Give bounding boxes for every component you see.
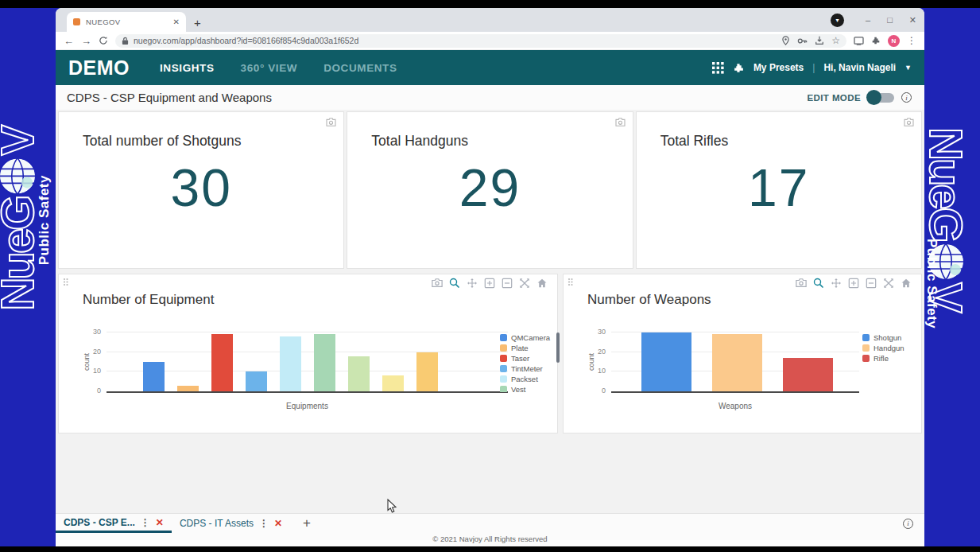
legend-swatch	[500, 386, 507, 392]
legend-item-QMCamera[interactable]: QMCamera	[500, 332, 554, 343]
nav-item-documents[interactable]: DOCUMENTS	[323, 62, 397, 74]
cast-icon[interactable]	[854, 37, 864, 45]
legend-item-Taser[interactable]: Taser	[500, 353, 554, 363]
y-axis-label: count	[587, 353, 595, 371]
address-bar[interactable]: nuegov.com/app/dashboard?id=608166f854c9…	[115, 34, 846, 48]
chart-toolbar	[432, 278, 548, 289]
charts-row: Number of Equipment count 0102030 Equipm…	[58, 274, 922, 433]
save-page-icon[interactable]	[815, 36, 824, 45]
favicon	[73, 18, 80, 25]
zoom-in-icon[interactable]	[848, 278, 859, 289]
edit-mode-info-icon[interactable]: i	[901, 92, 912, 103]
user-menu-caret-icon[interactable]: ▼	[904, 64, 912, 72]
weapons-chart-card: Number of Weapons count 0102030 Weapons …	[563, 274, 922, 433]
zoom-icon[interactable]	[449, 278, 460, 289]
kpi-title: Total number of Shotguns	[83, 133, 343, 150]
browser-tab[interactable]: NUEGOV ✕	[67, 12, 186, 32]
drag-handle-icon[interactable]	[567, 278, 573, 286]
autoscale-icon[interactable]	[883, 278, 894, 289]
autoscale-icon[interactable]	[519, 278, 530, 289]
my-presets-button[interactable]: My Presets	[753, 62, 804, 73]
browser-menu-icon[interactable]: ⋮	[907, 35, 916, 46]
drag-handle-icon[interactable]	[63, 278, 68, 286]
legend-item-Packset[interactable]: Packset	[500, 374, 554, 384]
zoom-out-icon[interactable]	[866, 278, 877, 289]
nav-item-insights[interactable]: INSIGHTS	[160, 62, 215, 74]
reset-axes-icon[interactable]	[901, 278, 912, 289]
toggle-knob[interactable]	[866, 90, 881, 105]
bars	[107, 334, 508, 391]
legend-item-Rifle[interactable]: Rifle	[862, 353, 912, 363]
plot-area[interactable]: 0102030	[107, 334, 508, 393]
legend-swatch	[500, 365, 507, 372]
snapshot-icon[interactable]	[904, 118, 914, 126]
forward-icon[interactable]: →	[81, 35, 91, 47]
user-greeting[interactable]: Hi, Navin Nageli	[823, 62, 896, 73]
legend-item-TintMeter[interactable]: TintMeter	[500, 363, 554, 374]
legend-item-Handgun[interactable]: Handgun	[862, 343, 912, 353]
bar-unlabeled	[348, 356, 370, 391]
sheet-tab-menu-icon[interactable]: ⋮	[259, 518, 269, 529]
pan-icon[interactable]	[831, 278, 842, 289]
y-tick-label: 20	[598, 348, 606, 356]
snapshot-icon[interactable]	[432, 278, 443, 289]
gridline	[107, 332, 508, 332]
browser-avatar[interactable]: N	[888, 35, 900, 47]
sheet-tab-label[interactable]: CDPS - CSP E...	[64, 517, 135, 528]
legend-item-Plate[interactable]: Plate	[500, 343, 554, 353]
snapshot-icon[interactable]	[796, 278, 807, 289]
sheet-tab-it-assets[interactable]: CDPS - IT Assets ⋮ ✕	[172, 514, 290, 533]
app-brand[interactable]: DEMO	[68, 56, 130, 80]
nav-item-360-view[interactable]: 360° VIEW	[241, 62, 298, 74]
tab-close-icon[interactable]: ✕	[173, 17, 180, 26]
reload-icon[interactable]	[99, 36, 108, 45]
new-tab-button[interactable]: +	[194, 16, 201, 29]
reset-axes-icon[interactable]	[536, 278, 548, 289]
sheet-tab-label[interactable]: CDPS - IT Assets	[180, 518, 254, 529]
legend-label: QMCamera	[511, 333, 550, 342]
footer-copyright: © 2021 Navjoy All Rights reserved	[56, 533, 924, 546]
plot-area[interactable]: 0102030	[611, 334, 859, 393]
close-button[interactable]: ✕	[909, 15, 916, 25]
zoom-icon[interactable]	[813, 278, 824, 289]
y-axis-label: count	[83, 353, 91, 371]
brand-logo: NueGV	[0, 127, 41, 310]
maximize-button[interactable]: □	[887, 15, 893, 25]
url-text[interactable]: nuegov.com/app/dashboard?id=608166f854c9…	[134, 36, 777, 45]
bars	[611, 332, 859, 391]
legend-item-Vest[interactable]: Vest	[500, 384, 554, 392]
chart-title: Number of Weapons	[587, 292, 711, 308]
browser-tab-title: NUEGOV	[86, 17, 168, 26]
bookmark-star-icon[interactable]: ☆	[831, 35, 840, 46]
sheet-tab-close-icon[interactable]: ✕	[156, 517, 164, 528]
chart-legend: QMCameraPlateTaserTintMeterPacksetVest	[500, 332, 554, 392]
bar-TintMeter	[246, 371, 267, 391]
kpi-card-rifles: Total Rifles 17	[636, 111, 922, 269]
sheet-tab-csp-equipment[interactable]: CDPS - CSP E... ⋮ ✕	[56, 514, 172, 533]
sheet-tab-close-icon[interactable]: ✕	[274, 518, 282, 529]
add-sheet-button[interactable]: +	[303, 515, 311, 531]
legend-swatch	[500, 355, 507, 362]
sheet-tab-menu-icon[interactable]: ⋮	[141, 517, 150, 528]
minimize-button[interactable]: –	[866, 15, 870, 25]
browser-profile-icon[interactable]: ▾	[831, 14, 844, 27]
zoom-in-icon[interactable]	[484, 278, 495, 289]
page-title: CDPS - CSP Equipment and Weapons	[67, 91, 272, 104]
back-icon[interactable]: ←	[64, 35, 74, 47]
zoom-out-icon[interactable]	[502, 278, 513, 289]
legend-item-Shotgun[interactable]: Shotgun	[862, 332, 912, 343]
app-nav: DEMO INSIGHTS 360° VIEW DOCUMENTS My Pre…	[56, 50, 924, 85]
location-icon[interactable]	[781, 36, 790, 45]
snapshot-icon[interactable]	[326, 118, 336, 126]
edit-mode-toggle[interactable]	[868, 93, 894, 103]
presets-puzzle-icon[interactable]	[733, 62, 745, 74]
key-icon[interactable]	[797, 37, 808, 45]
legend-scrollbar[interactable]	[556, 332, 560, 363]
dashboard-info-icon[interactable]: i	[903, 519, 913, 529]
y-tick-label: 10	[93, 367, 101, 375]
extensions-puzzle-icon[interactable]	[871, 36, 881, 45]
apps-grid-icon[interactable]	[712, 62, 724, 74]
snapshot-icon[interactable]	[615, 118, 626, 126]
pan-icon[interactable]	[467, 278, 478, 289]
legend-label: Vest	[511, 385, 526, 392]
